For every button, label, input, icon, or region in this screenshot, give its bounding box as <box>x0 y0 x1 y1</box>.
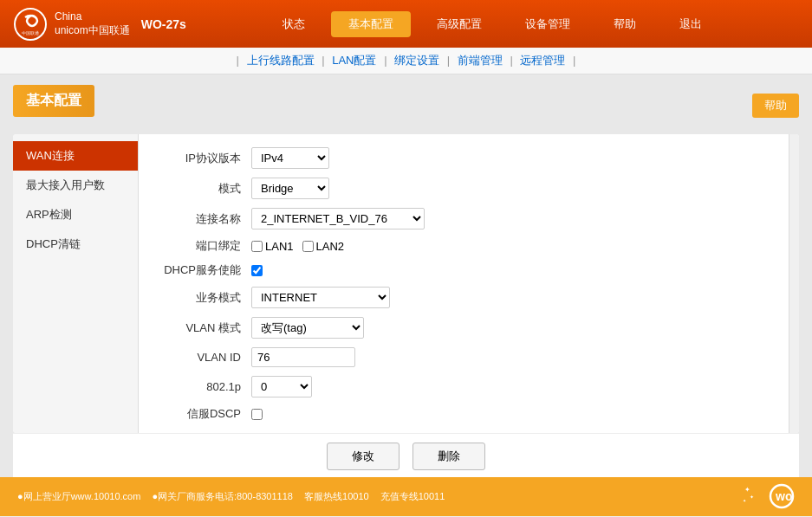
vlan-id-input[interactable] <box>251 347 355 367</box>
tab-status[interactable]: 状态 <box>265 11 322 37</box>
content-panel: WAN连接 最大接入用户数 ARP检测 DHCP清链 IP协议版本 IPv4 模… <box>13 134 799 433</box>
dscp-label: 信服DSCP <box>156 406 251 422</box>
dscp-row: 信服DSCP <box>156 406 782 422</box>
svg-text:中国联通: 中国联通 <box>22 30 39 36</box>
port-bind-checkboxes: LAN1 LAN2 <box>251 240 344 253</box>
dot1p-label: 802.1p <box>156 380 251 393</box>
delete-button[interactable]: 删除 <box>412 443 485 470</box>
subnav-monitor[interactable]: 前端管理 <box>458 54 503 67</box>
logo-area: 中国联通 Chinaunicom中国联通 WO-27s <box>13 7 186 42</box>
sidebar-item-maxusers[interactable]: 最大接入用户数 <box>13 171 138 200</box>
vlan-mode-select[interactable]: 改写(tag) <box>251 317 364 339</box>
biz-mode-label: 业务模式 <box>156 290 251 306</box>
main-content: 基本配置 帮助 WAN连接 最大接入用户数 ARP检测 DHCP清链 IP协议版… <box>0 74 812 477</box>
dot1p-row: 802.1p 0 <box>156 376 782 397</box>
tab-logout[interactable]: 退出 <box>662 11 719 37</box>
title-row: 基本配置 帮助 <box>13 85 799 126</box>
lan1-checkbox-item: LAN1 <box>251 240 294 253</box>
modify-button[interactable]: 修改 <box>327 443 400 470</box>
mode-row: 模式 Bridge <box>156 178 782 199</box>
subnav-lan[interactable]: LAN配置 <box>332 54 376 67</box>
tab-basic-config[interactable]: 基本配置 <box>331 11 411 37</box>
port-bind-row: 端口绑定 LAN1 LAN2 <box>156 238 782 254</box>
svg-text:wo: wo <box>775 489 792 503</box>
conn-name-select[interactable]: 2_INTERNET_B_VID_76 <box>251 208 425 229</box>
lan2-checkbox[interactable] <box>302 241 314 252</box>
lan2-checkbox-item: LAN2 <box>302 240 345 253</box>
page-title: 基本配置 <box>13 85 94 117</box>
dhcp-row: DHCP服务使能 <box>156 262 782 278</box>
conn-name-label: 连接名称 <box>156 211 251 227</box>
sidebar-item-dhcp-clear[interactable]: DHCP清链 <box>13 229 138 259</box>
footer-links: ●网上营业厅www.10010.com ●网关厂商服务电话:800-830111… <box>17 490 445 503</box>
footer-link-4: 充值专线10011 <box>380 490 445 503</box>
tab-advanced-config[interactable]: 高级配置 <box>419 11 499 37</box>
svg-text:✦: ✦ <box>744 486 750 494</box>
sub-nav: | 上行线路配置 | LAN配置 | 绑定设置 | 前端管理 | 远程管理 | <box>0 48 812 74</box>
mode-label: 模式 <box>156 181 251 197</box>
nav-tabs: 状态 基本配置 高级配置 设备管理 帮助 退出 <box>186 11 799 37</box>
biz-mode-row: 业务模式 INTERNET <box>156 287 782 308</box>
port-bind-label: 端口绑定 <box>156 238 251 254</box>
ip-version-row: IP协议版本 IPv4 <box>156 147 782 169</box>
sidebar: WAN连接 最大接入用户数 ARP检测 DHCP清链 <box>13 134 139 433</box>
action-row: 修改 删除 <box>13 433 799 479</box>
vlan-mode-row: VLAN 模式 改写(tag) <box>156 317 782 339</box>
tab-device-mgmt[interactable]: 设备管理 <box>508 11 588 37</box>
subnav-uplink[interactable]: 上行线路配置 <box>247 54 315 67</box>
ip-version-select[interactable]: IPv4 <box>251 147 329 169</box>
footer-link-1: ●网上营业厅www.10010.com <box>17 490 140 503</box>
vlan-id-row: VLAN ID <box>156 347 782 367</box>
sidebar-item-arp[interactable]: ARP检测 <box>13 200 138 229</box>
biz-mode-select[interactable]: INTERNET <box>251 287 390 308</box>
svg-text:✦: ✦ <box>750 494 754 500</box>
form-area: IP协议版本 IPv4 模式 Bridge 连接名称 2_INTERNET_B_… <box>139 134 799 433</box>
sidebar-item-wan[interactable]: WAN连接 <box>13 141 138 171</box>
dhcp-checkbox[interactable] <box>251 265 263 276</box>
tab-help[interactable]: 帮助 <box>596 11 653 37</box>
wo-logo: wo ✦ ✦ ✦ <box>743 481 795 512</box>
vlan-mode-label: VLAN 模式 <box>156 320 251 336</box>
mode-select[interactable]: Bridge <box>251 178 329 199</box>
dot1p-select[interactable]: 0 <box>251 376 312 397</box>
footer-link-3: 客服热线10010 <box>304 490 369 503</box>
lan2-label: LAN2 <box>316 240 345 253</box>
lan1-label: LAN1 <box>265 240 294 253</box>
logo-icon: 中国联通 <box>13 7 48 42</box>
dscp-checkbox[interactable] <box>251 409 263 420</box>
ip-version-label: IP协议版本 <box>156 151 251 166</box>
brand-text: Chinaunicom中国联通 <box>55 10 130 37</box>
svg-text:✦: ✦ <box>743 498 746 503</box>
vlan-id-label: VLAN ID <box>156 351 251 364</box>
conn-name-row: 连接名称 2_INTERNET_B_VID_76 <box>156 208 782 229</box>
help-button[interactable]: 帮助 <box>752 94 799 118</box>
scrollbar[interactable] <box>789 134 799 433</box>
subnav-remote[interactable]: 远程管理 <box>520 54 565 67</box>
device-name: WO-27s <box>141 17 186 31</box>
footer-link-2: ●网关厂商服务电话:800-8301118 <box>152 490 293 503</box>
header: 中国联通 Chinaunicom中国联通 WO-27s 状态 基本配置 高级配置… <box>0 0 812 48</box>
dhcp-label: DHCP服务使能 <box>156 262 251 278</box>
subnav-bind[interactable]: 绑定设置 <box>394 54 439 67</box>
lan1-checkbox[interactable] <box>251 241 263 252</box>
footer: ●网上营业厅www.10010.com ●网关厂商服务电话:800-830111… <box>0 477 812 516</box>
